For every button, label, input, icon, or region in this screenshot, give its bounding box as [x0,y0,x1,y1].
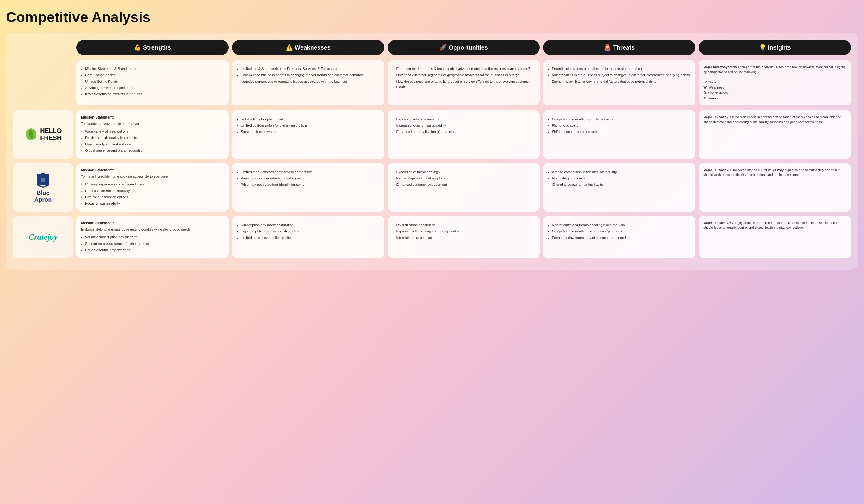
ba-weakness-item: Previous customer retention challenges [241,175,380,181]
hf-insights-text: Major Takeaway: HelloFresh excels in off… [703,115,847,124]
blueapron-weaknesses: Limited menu choices compared to competi… [232,163,384,212]
blueapron-text: BlueApron [34,189,52,203]
cratejoy-weaknesses: Subscription box market saturation High … [232,216,384,258]
hf-mission-label: Mission Statement: [81,115,224,120]
cratejoy-opportunities: Diversification of services Improved sel… [388,216,540,258]
blueapron-apron-icon [35,172,51,188]
insights-t: T: Threats [703,96,847,101]
svg-rect-5 [41,173,45,175]
cj-strength-item: Support for a wide range of niche market… [85,241,224,246]
insights-s: S: Strength [703,79,847,85]
cj-threat-item: Economic downturns impacting consumer sp… [552,235,691,241]
svg-rect-6 [41,178,45,182]
hf-weakness-item: Some packaging waste [241,129,380,134]
hellofresh-text: HELLOFRESH [40,127,62,142]
intro-strengths-item: Mission Statement & Brand Image [85,66,224,71]
cj-weakness-item: Limited control over seller quality [241,235,380,241]
header-strengths: 💪 Strengths [76,40,229,55]
intro-weaknesses-item: Limitations & Shortcomings of Products, … [241,66,380,71]
intro-strengths-item: Advantages Over competitors? [85,85,224,90]
cj-opportunity-item: Improved seller vetting and quality cont… [396,229,535,234]
hf-mission-text: To change the way people eat, forever! [81,121,224,126]
ba-insights-text: Major Takeaway: Blue Apron stands out fo… [703,168,847,177]
intro-threats: Potential disruptions or challenges in t… [543,60,695,106]
hellofresh-strengths: Mission Statement: To change the way peo… [76,110,229,159]
hf-opportunity-item: Expansion into new markets [396,116,535,122]
cj-opportunity-item: Diversification of services [396,222,535,228]
ba-opportunity-item: Partnerships with local suppliers [396,175,535,181]
cj-strength-item: Entrepreneurial empowerment [85,247,224,253]
ba-threat-item: Fluctuating food costs [552,175,691,181]
intro-strengths: Mission Statement & Brand Image Core Com… [76,60,229,106]
blueapron-strengths: Mission Statement: To make incredible ho… [76,163,229,212]
hellofresh-weaknesses: Relatively higher price point Limited cu… [232,110,384,159]
header-threats: 🚨 Threats [543,40,695,55]
cj-threat-item: Competition from other e-commerce platfo… [552,229,691,234]
header-opportunities: 🚀 Opportunities [388,40,540,55]
intro-strengths-item: Unique Selling Points [85,79,224,84]
hellofresh-opportunities: Expansion into new markets Increased foc… [388,110,540,159]
intro-opportunities-item: How the business can expand its product … [396,79,535,89]
intro-empty [13,60,73,106]
hf-strength-item: Fresh and high-quality ingredients [85,135,224,140]
blueapron-opportunities: Expansion of menu offerings Partnerships… [388,163,540,212]
intro-threats-item: Economic, political, or environmental fa… [552,79,691,84]
hf-strength-item: User-friendly app and website [85,142,224,147]
cj-opportunity-item: International expansion [396,235,535,241]
ba-strength-item: Focus on sustainability [85,201,224,206]
ba-mission-text: To make incredible home cooking accessib… [81,174,224,179]
intro-row: Mission Statement & Brand Image Core Com… [13,60,851,106]
hf-opportunity-item: Enhanced personalization of meal plans [396,129,535,134]
insights-w: W: Weakness [703,85,847,90]
intro-weaknesses-item: How well the business adapts to changing… [241,73,380,78]
intro-insights: Major takeaways from each part of the an… [699,60,851,106]
cj-mission-text: Embrace lifelong learning. Love getting … [81,226,224,232]
intro-strengths-item: Core Competencies [85,73,224,78]
hf-threat-item: Competition from other meal kit services [552,116,691,122]
ba-opportunity-item: Expansion of menu offerings [396,169,535,175]
hellofresh-icon: HELLOFRESH [24,127,62,142]
intro-opportunities: Emerging market trends & technological a… [388,60,540,106]
hf-strength-item: Wide variety of meal options [85,129,224,134]
hellofresh-leaf-icon [24,128,38,141]
blueapron-logo-cell: BlueApron [13,163,73,212]
ba-opportunity-item: Enhanced customer engagement [396,182,535,187]
hf-weakness-item: Relatively higher price point [241,116,380,122]
hf-threat-item: Rising food costs [552,123,691,128]
main-container: 💪 Strengths ⚠️ Weaknesses 🚀 Opportunitie… [6,33,858,270]
insights-o: O: Opportunities [703,90,847,96]
page-title: Competitive Analysis [6,9,858,25]
cratejoy-insights: Major Takeaway: Cratejoy enables entrepr… [699,216,851,258]
intro-opportunities-item: Untapped customer segments or geographic… [396,73,535,78]
intro-weaknesses: Limitations & Shortcomings of Products, … [232,60,384,106]
hf-threat-item: Shifting consumer preferences [552,129,691,134]
ba-strength-item: Emphasis on recipe creativity [85,188,224,194]
ba-strength-item: Culinary expertise with renowned chefs [85,182,224,187]
hf-opportunity-item: Increased focus on sustainability [396,123,535,128]
intro-strengths-item: Key Strengths of Products & Services [85,92,224,97]
header-weaknesses: ⚠️ Weaknesses [232,40,384,55]
cj-strength-item: Versatile subscription box platform [85,234,224,240]
cratejoy-threats: Market shifts and trends affecting niche… [543,216,695,258]
hellofresh-insights: Major Takeaway: HelloFresh excels in off… [699,110,851,159]
cj-insights-text: Major Takeaway: Cratejoy enables entrepr… [703,220,847,230]
cj-threat-item: Market shifts and trends affecting niche… [552,222,691,228]
column-headers: 💪 Strengths ⚠️ Weaknesses 🚀 Opportunitie… [13,40,851,55]
intro-threats-item: Vulnerabilities in the business subject … [552,73,691,78]
ba-threat-item: Intense competition in the meal kit indu… [552,169,691,175]
cj-weakness-item: High competition within specific niches [241,229,380,234]
hf-weakness-item: Limited customization for dietary restri… [241,123,380,128]
insights-intro-text: Major takeaways from each part of the an… [703,64,847,74]
ba-weakness-item: Price may not be budget-friendly for som… [241,182,380,187]
cratejoy-logo-cell: Cratejoy [13,216,73,258]
ba-weakness-item: Limited menu choices compared to competi… [241,169,380,175]
cratejoy-strengths: Mission Statement: Embrace lifelong lear… [76,216,229,258]
ba-mission-label: Mission Statement: [81,168,224,173]
intro-opportunities-item: Emerging market trends & technological a… [396,66,535,71]
hf-strength-item: Global presence and brand recognition [85,148,224,153]
blueapron-logo: BlueApron [34,172,52,203]
hellofresh-threats: Competition from other meal kit services… [543,110,695,159]
intro-threats-item: Potential disruptions or challenges in t… [552,66,691,71]
blueapron-row: BlueApron Mission Statement: To make inc… [13,163,851,212]
cj-mission-label: Mission Statement: [81,220,224,226]
